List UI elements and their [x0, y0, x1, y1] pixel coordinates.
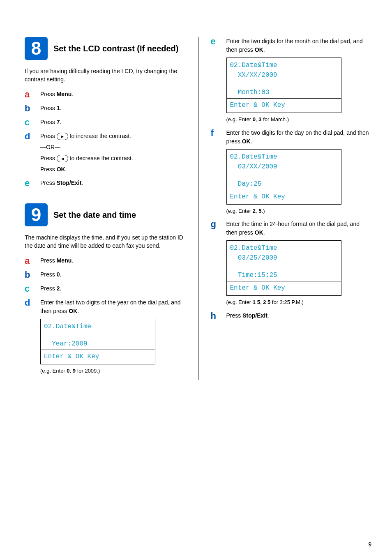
left-arrow-key: ◂ [57, 155, 68, 162]
press-ok: Press OK. [40, 165, 186, 174]
lcd-line: Enter & OK Key [227, 99, 341, 113]
step-letter: d [25, 298, 34, 307]
page-number: 9 [368, 541, 371, 548]
step-note: (e.g. Enter 1 5, 2 5 for 3:25 P.M.) [226, 298, 372, 306]
lcd-line: Enter & OK Key [227, 281, 341, 295]
lcd-display: 02.Date&Time XX/XX/2009 Month:03 Enter &… [226, 58, 341, 113]
step-letter: c [25, 118, 34, 127]
s9-step-f: f Enter the two digits for the day on th… [211, 129, 372, 215]
or-text: —OR— [40, 143, 186, 152]
section9-intro: The machine displays the time, and if yo… [25, 234, 186, 250]
right-arrow-key: ▸ [57, 133, 68, 140]
step-letter: e [25, 179, 34, 188]
s9-step-e: e Enter the two digits for the month on … [211, 37, 372, 124]
step-letter: b [25, 270, 34, 279]
step-note: (e.g. Enter 0, 9 for 2009.) [40, 367, 186, 375]
step-letter: b [25, 104, 34, 113]
lcd-line: Time:15:25 [230, 270, 338, 280]
lcd-display: 02.Date&Time Year:2009 Enter & OK Key [40, 319, 155, 364]
step-letter: h [211, 311, 220, 320]
lcd-line: 02.Date&Time [230, 60, 338, 70]
section8-header: 8 Set the LCD contrast (If needed) [25, 37, 186, 60]
step-text: Enter the last two digits of the year on… [40, 298, 186, 315]
lcd-display: 02.Date&Time 03/25/2009 Time:15:25 Enter… [226, 240, 341, 296]
step-note: (e.g. Enter 0, 3 for March.) [226, 115, 372, 124]
section8-intro: If you are having difficulty reading the… [25, 67, 186, 83]
s8-step-c: c Press 7. [25, 118, 186, 127]
step-text: Press 0. [40, 270, 186, 279]
step-text: Press Stop/Exit. [226, 311, 372, 320]
s9-step-d: d Enter the last two digits of the year … [25, 298, 186, 375]
step-body: Enter the two digits for the day on the … [226, 129, 372, 215]
step-text: Press 2. [40, 284, 186, 293]
step-letter: a [25, 90, 34, 99]
step-letter: a [25, 256, 34, 265]
lcd-line: Enter & OK Key [41, 350, 155, 364]
step-letter: e [211, 37, 220, 46]
step-note: (e.g. Enter 2, 5.) [226, 207, 372, 215]
lcd-line: Day:25 [230, 179, 338, 189]
step-letter: d [25, 132, 34, 141]
text-frag: Press [40, 155, 57, 161]
text-frag: Press [40, 133, 57, 139]
lcd-line: 03/XX/2009 [230, 162, 338, 172]
step-text: Enter the time in 24-hour format on the … [226, 220, 372, 237]
section8-badge: 8 [25, 37, 48, 60]
lcd-line: Month:03 [230, 88, 338, 97]
lcd-line: Enter & OK Key [227, 190, 341, 204]
s8-step-b: b Press 1. [25, 104, 186, 113]
s8-step-e: e Press Stop/Exit. [25, 179, 186, 188]
section9-title: Set the date and time [53, 210, 136, 220]
step-text: Press 1. [40, 104, 186, 113]
right-column: e Enter the two digits for the month on … [211, 37, 372, 380]
step-body: Enter the two digits for the month on th… [226, 37, 372, 124]
section8-title: Set the LCD contrast (If needed) [53, 44, 178, 53]
text-frag: to increase the contrast. [68, 133, 131, 139]
step-letter: g [211, 220, 220, 229]
column-divider [198, 37, 198, 380]
lcd-line: 03/25/2009 [230, 253, 338, 263]
lcd-line: 02.Date&Time [230, 243, 338, 253]
lcd-line: XX/XX/2009 [230, 70, 338, 80]
lcd-line: 02.Date&Time [44, 322, 152, 332]
s9-step-b: b Press 0. [25, 270, 186, 279]
step-letter: f [211, 129, 220, 138]
step-text: Press Menu. [40, 90, 186, 99]
step-text: Press 7. [40, 118, 186, 127]
s9-step-h: h Press Stop/Exit. [211, 311, 372, 320]
lcd-line: Year:2009 [44, 339, 152, 349]
s8-step-a: a Press Menu. [25, 90, 186, 99]
step-text: Enter the two digits for the day on the … [226, 129, 372, 146]
text-frag: to decrease the contrast. [68, 155, 133, 161]
s8-step-d: d Press ▸ to increase the contrast. —OR—… [25, 132, 186, 174]
step-body: Enter the time in 24-hour format on the … [226, 220, 372, 306]
left-column: 8 Set the LCD contrast (If needed) If yo… [25, 37, 186, 380]
section9-header: 9 Set the date and time [25, 203, 186, 226]
step-text: Press ▸ to increase the contrast. —OR— P… [40, 132, 186, 174]
s9-step-g: g Enter the time in 24-hour format on th… [211, 220, 372, 306]
s9-step-a: a Press Menu. [25, 256, 186, 265]
section9-badge: 9 [25, 203, 48, 226]
step-body: Enter the last two digits of the year on… [40, 298, 186, 375]
step-text: Press Menu. [40, 256, 186, 265]
step-text: Enter the two digits for the month on th… [226, 37, 372, 54]
step-text: Press Stop/Exit. [40, 179, 186, 187]
s9-step-c: c Press 2. [25, 284, 186, 293]
lcd-line: 02.Date&Time [230, 152, 338, 162]
step-letter: c [25, 284, 34, 293]
lcd-display: 02.Date&Time 03/XX/2009 Day:25 Enter & O… [226, 149, 341, 205]
